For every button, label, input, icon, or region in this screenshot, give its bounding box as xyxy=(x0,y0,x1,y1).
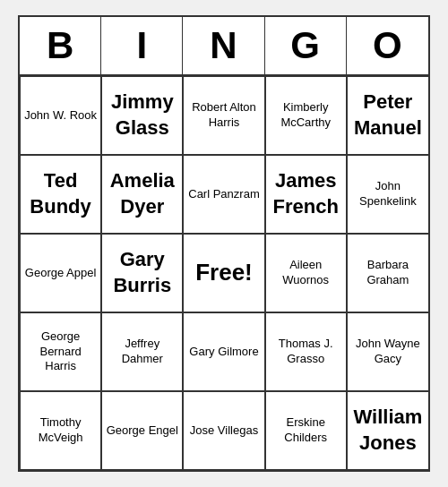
bingo-cell: Erskine Childers xyxy=(265,391,347,470)
bingo-cell: William Jones xyxy=(347,391,428,470)
bingo-cell: Ted Bundy xyxy=(20,155,101,234)
bingo-header: BINGO xyxy=(20,17,428,76)
bingo-cell: Jimmy Glass xyxy=(101,76,183,155)
bingo-cell: Gary Gilmore xyxy=(183,312,264,391)
bingo-cell: John W. Rook xyxy=(20,76,101,155)
bingo-cell: Jeffrey Dahmer xyxy=(101,312,183,391)
bingo-grid: John W. RookJimmy GlassRobert Alton Harr… xyxy=(20,76,428,470)
bingo-cell: Gary Burris xyxy=(101,234,183,312)
bingo-cell: Aileen Wuornos xyxy=(265,234,347,312)
header-letter: O xyxy=(347,17,428,74)
header-letter: N xyxy=(183,17,264,74)
header-letter: B xyxy=(20,17,101,74)
bingo-cell: George Engel xyxy=(101,391,183,470)
bingo-cell: George Bernard Harris xyxy=(20,312,101,391)
bingo-card: BINGO John W. RookJimmy GlassRobert Alto… xyxy=(18,15,430,472)
bingo-cell: John Spenkelink xyxy=(347,155,428,234)
bingo-cell: Amelia Dyer xyxy=(101,155,183,234)
bingo-cell: John Wayne Gacy xyxy=(347,312,428,391)
bingo-cell: Peter Manuel xyxy=(347,76,428,155)
header-letter: I xyxy=(101,17,183,74)
bingo-cell: Timothy McVeigh xyxy=(20,391,101,470)
bingo-cell: Carl Panzram xyxy=(183,155,264,234)
bingo-cell: George Appel xyxy=(20,234,101,312)
bingo-cell: James French xyxy=(265,155,347,234)
bingo-cell: Free! xyxy=(183,234,264,312)
bingo-cell: Robert Alton Harris xyxy=(183,76,264,155)
bingo-cell: Barbara Graham xyxy=(347,234,428,312)
bingo-cell: Kimberly McCarthy xyxy=(265,76,347,155)
header-letter: G xyxy=(265,17,347,74)
bingo-cell: Thomas J. Grasso xyxy=(265,312,347,391)
bingo-cell: Jose Villegas xyxy=(183,391,264,470)
